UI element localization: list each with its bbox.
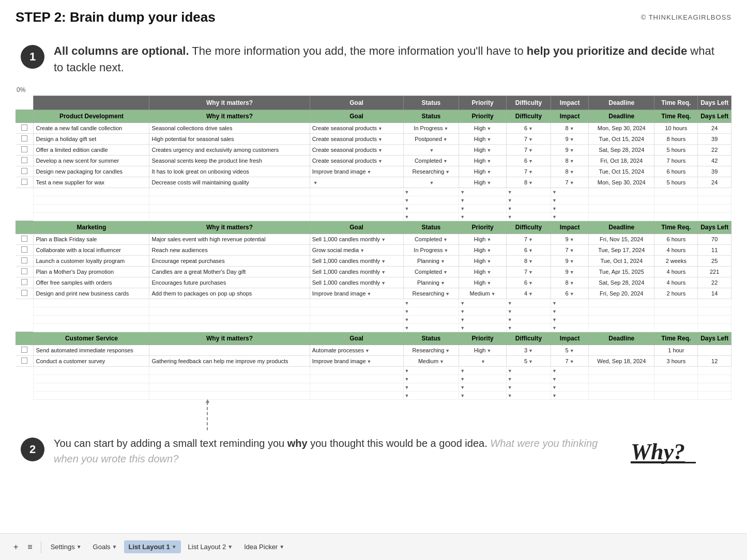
row-checkbox[interactable] [16, 234, 34, 244]
dropdown-arrow[interactable]: ▼ [460, 190, 465, 195]
checkbox-icon[interactable] [21, 146, 27, 152]
dropdown-arrow[interactable]: ▼ [378, 137, 383, 142]
dropdown-arrow[interactable]: ▼ [508, 317, 512, 322]
dropdown-arrow[interactable]: ▼ [508, 190, 512, 195]
dropdown-arrow[interactable]: ▼ [552, 198, 557, 203]
row-checkbox[interactable] [16, 133, 34, 144]
dropdown-arrow[interactable]: ▼ [508, 368, 512, 374]
checkbox-icon[interactable] [21, 246, 27, 253]
row-checkbox[interactable] [16, 255, 34, 266]
dropdown-arrow[interactable]: ▼ [552, 309, 557, 314]
dropdown-arrow[interactable]: ▼ [570, 348, 574, 353]
settings-toolbar-item[interactable]: Settings ▼ [47, 540, 86, 553]
dropdown-arrow[interactable]: ▼ [552, 368, 557, 374]
dropdown-arrow[interactable]: ▼ [486, 270, 491, 275]
dropdown-arrow[interactable]: ▼ [405, 214, 409, 220]
dropdown-arrow[interactable]: ▼ [570, 159, 574, 164]
checkbox-icon[interactable] [21, 357, 27, 364]
row-checkbox[interactable] [16, 166, 34, 177]
row-checkbox[interactable] [16, 266, 34, 277]
dropdown-arrow[interactable]: ▼ [508, 385, 512, 390]
checkbox-icon[interactable] [21, 135, 27, 142]
dropdown-arrow[interactable]: ▼ [360, 248, 364, 253]
dropdown-arrow[interactable]: ▼ [552, 385, 557, 390]
dropdown-arrow[interactable]: ▼ [528, 259, 533, 264]
dropdown-arrow[interactable]: ▼ [570, 137, 574, 142]
dropdown-arrow[interactable]: ▼ [570, 291, 574, 297]
dropdown-arrow[interactable]: ▼ [481, 359, 485, 364]
dropdown-arrow[interactable]: ▼ [443, 237, 448, 242]
list-layout2-toolbar-item[interactable]: List Layout 2 ▼ [184, 540, 237, 553]
dropdown-arrow[interactable]: ▼ [460, 198, 465, 203]
dropdown-arrow[interactable]: ▼ [528, 291, 533, 297]
dropdown-arrow[interactable]: ▼ [508, 206, 512, 211]
dropdown-arrow[interactable]: ▼ [528, 248, 533, 253]
dropdown-arrow[interactable]: ▼ [445, 169, 450, 175]
dropdown-arrow[interactable]: ▼ [378, 148, 383, 153]
dropdown-arrow[interactable]: ▼ [365, 348, 370, 353]
dropdown-arrow[interactable]: ▼ [570, 148, 574, 153]
dropdown-arrow[interactable]: ▼ [528, 137, 533, 142]
dropdown-arrow[interactable]: ▼ [378, 159, 383, 164]
dropdown-arrow[interactable]: ▼ [443, 270, 448, 275]
dropdown-arrow[interactable]: ▼ [552, 325, 557, 331]
dropdown-arrow[interactable]: ▼ [570, 270, 574, 275]
dropdown-arrow[interactable]: ▼ [460, 317, 465, 322]
dropdown-arrow[interactable]: ▼ [460, 309, 465, 314]
dropdown-arrow[interactable]: ▼ [552, 214, 557, 220]
dropdown-arrow[interactable]: ▼ [405, 377, 409, 382]
dropdown-arrow[interactable]: ▼ [486, 126, 491, 131]
dropdown-arrow[interactable]: ▼ [405, 385, 409, 390]
dropdown-arrow[interactable]: ▼ [460, 214, 465, 220]
dropdown-arrow[interactable]: ▼ [378, 126, 383, 131]
dropdown-arrow[interactable]: ▼ [460, 368, 465, 374]
dropdown-arrow[interactable]: ▼ [405, 301, 409, 306]
dropdown-arrow[interactable]: ▼ [443, 137, 448, 142]
dropdown-arrow[interactable]: ▼ [528, 281, 533, 286]
dropdown-arrow[interactable]: ▼ [460, 393, 465, 398]
add-button[interactable]: + [10, 540, 21, 554]
row-checkbox[interactable] [16, 355, 34, 366]
dropdown-arrow[interactable]: ▼ [528, 180, 533, 185]
dropdown-arrow[interactable]: ▼ [444, 248, 449, 253]
dropdown-arrow[interactable]: ▼ [508, 301, 512, 306]
dropdown-arrow[interactable]: ▼ [460, 325, 465, 331]
checkbox-icon[interactable] [21, 157, 27, 163]
dropdown-arrow[interactable]: ▼ [443, 159, 448, 164]
dropdown-arrow[interactable]: ▼ [570, 281, 574, 286]
row-checkbox[interactable] [16, 144, 34, 155]
dropdown-arrow[interactable]: ▼ [528, 270, 533, 275]
dropdown-arrow[interactable]: ▼ [552, 377, 557, 382]
dropdown-arrow[interactable]: ▼ [460, 385, 465, 390]
dropdown-arrow[interactable]: ▼ [486, 148, 491, 153]
dropdown-arrow[interactable]: ▼ [570, 248, 574, 253]
dropdown-arrow[interactable]: ▼ [552, 317, 557, 322]
dropdown-arrow[interactable]: ▼ [570, 237, 574, 242]
dropdown-arrow[interactable]: ▼ [429, 180, 434, 185]
dropdown-arrow[interactable]: ▼ [486, 137, 491, 142]
dropdown-arrow[interactable]: ▼ [486, 237, 491, 242]
row-checkbox[interactable] [16, 244, 34, 255]
dropdown-arrow[interactable]: ▼ [486, 169, 491, 175]
dropdown-arrow[interactable]: ▼ [405, 206, 409, 211]
dropdown-arrow[interactable]: ▼ [508, 393, 512, 398]
dropdown-arrow[interactable]: ▼ [405, 198, 409, 203]
dropdown-arrow[interactable]: ▼ [405, 309, 409, 314]
dropdown-arrow[interactable]: ▼ [367, 359, 372, 364]
dropdown-arrow[interactable]: ▼ [528, 359, 533, 364]
dropdown-arrow[interactable]: ▼ [486, 348, 491, 353]
checkbox-icon[interactable] [21, 279, 27, 285]
dropdown-arrow[interactable]: ▼ [405, 190, 409, 195]
dropdown-arrow[interactable]: ▼ [405, 317, 409, 322]
list-layout1-toolbar-item[interactable]: List Layout 1 ▼ [124, 540, 180, 553]
dropdown-arrow[interactable]: ▼ [570, 180, 574, 185]
idea-picker-toolbar-item[interactable]: Idea Picker ▼ [240, 540, 288, 553]
dropdown-arrow[interactable]: ▼ [381, 281, 386, 286]
dropdown-arrow[interactable]: ▼ [367, 291, 372, 297]
dropdown-arrow[interactable]: ▼ [491, 291, 496, 297]
dropdown-arrow[interactable]: ▼ [444, 126, 449, 131]
row-checkbox[interactable] [16, 288, 34, 299]
dropdown-arrow[interactable]: ▼ [405, 393, 409, 398]
dropdown-arrow[interactable]: ▼ [508, 214, 512, 220]
dropdown-arrow[interactable]: ▼ [528, 348, 533, 353]
